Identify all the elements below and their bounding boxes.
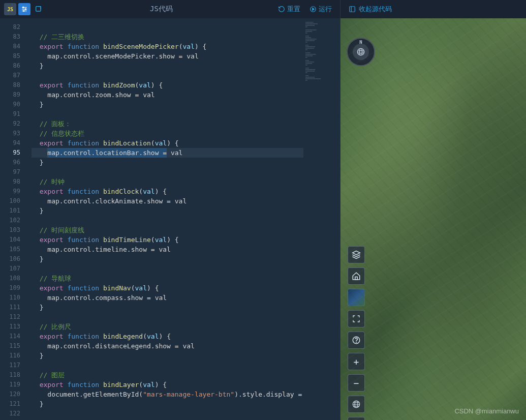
code-line[interactable]: } (32, 254, 303, 264)
line-number: 120 (0, 389, 20, 399)
code-line[interactable]: export function bindClock(val) { (32, 187, 303, 196)
line-number: 89 (0, 90, 20, 100)
line-number: 115 (0, 341, 20, 351)
svg-rect-9 (350, 7, 355, 12)
code-line[interactable]: map.control.timeline.show = val (32, 245, 303, 254)
help-button[interactable] (348, 332, 365, 349)
code-line[interactable] (32, 109, 303, 119)
code-line[interactable]: // 二三维切换 (32, 32, 303, 42)
compass-north-label: N (359, 40, 362, 45)
line-number: 111 (0, 303, 20, 312)
line-number: 106 (0, 254, 20, 264)
minus-icon: − (354, 378, 359, 388)
code-line[interactable] (32, 312, 303, 322)
line-number: 108 (0, 274, 20, 283)
svg-point-11 (357, 48, 364, 55)
map-viewport[interactable]: N + − (341, 18, 526, 420)
map-toolbar: + − (348, 246, 365, 420)
svg-point-12 (357, 51, 364, 53)
compass-control[interactable]: N (347, 38, 375, 66)
code-line[interactable]: // 导航球 (32, 274, 303, 283)
fullscreen-icon (352, 315, 360, 323)
code-line[interactable]: map.control.sceneModePicker.show = val (32, 51, 303, 61)
line-number: 110 (0, 293, 20, 303)
code-line[interactable]: export function bindLocation(val) { (32, 138, 303, 148)
code-line[interactable]: } (32, 61, 303, 71)
line-number: 102 (0, 216, 20, 225)
code-line[interactable] (32, 22, 303, 32)
minimap[interactable]: ▄▄▄▄▄▄▄▄▄▄▄▄▄▄▄▄▄▄▄▄▄▄▄▄▄▄▄▄▄▄▄▄▄▄▄▄▄▄▄▄… (303, 18, 340, 420)
svg-marker-14 (353, 251, 360, 255)
basemap-button[interactable] (348, 289, 365, 306)
svg-point-19 (355, 401, 358, 408)
topbar: JS JS代码 重置 运行 收起源代码 (0, 0, 526, 18)
line-number: 100 (0, 196, 20, 206)
code-line[interactable]: export function bindNav(val) { (32, 283, 303, 293)
code-line[interactable] (32, 71, 303, 80)
external-button[interactable] (33, 3, 45, 15)
svg-point-13 (360, 48, 362, 55)
code-line[interactable]: map.control.compass.show = val (32, 293, 303, 303)
code-line[interactable]: export function bindTimeLine(val) { (32, 235, 303, 245)
line-gutter: 8283848586878889909192939495969798991001… (0, 18, 25, 420)
vr-button[interactable] (348, 417, 365, 420)
line-number: 91 (0, 109, 20, 119)
code-line[interactable]: export function bindSceneModePicker(val)… (32, 42, 303, 51)
code-line[interactable]: map.control.zoom.show = val (32, 90, 303, 100)
code-line[interactable] (32, 409, 303, 418)
code-line[interactable]: // 时钟 (32, 177, 303, 187)
code-line[interactable]: export function bindLegend(val) { (32, 332, 303, 341)
zoom-in-button[interactable]: + (348, 353, 365, 370)
line-number: 95 (0, 148, 20, 158)
code-line[interactable]: // 面板： (32, 119, 303, 129)
code-line[interactable] (32, 216, 303, 225)
svg-point-17 (356, 342, 357, 342)
line-number: 103 (0, 225, 20, 235)
code-line[interactable] (32, 361, 303, 370)
code-line[interactable]: // 信息状态栏 (32, 129, 303, 138)
home-icon (352, 272, 361, 281)
code-line[interactable]: export function bindLayer(val) { (32, 380, 303, 389)
js-badge[interactable]: JS (4, 3, 16, 15)
globe-button[interactable] (348, 396, 365, 413)
plus-icon: + (354, 356, 359, 367)
reset-button[interactable]: 重置 (278, 5, 300, 14)
svg-point-3 (23, 7, 24, 8)
code-line[interactable]: map.control.distanceLegend.show = val (32, 341, 303, 351)
code-line[interactable]: } (32, 303, 303, 312)
zoom-out-button[interactable]: − (348, 374, 365, 392)
code-line[interactable]: export function bindZoom(val) { (32, 80, 303, 90)
line-number: 99 (0, 187, 20, 196)
code-line[interactable] (32, 167, 303, 177)
fullscreen-button[interactable] (348, 310, 365, 327)
collapse-source-button[interactable]: 收起源代码 (341, 5, 392, 14)
code-content[interactable]: // 二三维切换 export function bindSceneModePi… (25, 18, 303, 420)
svg-rect-6 (36, 7, 41, 11)
line-number: 113 (0, 322, 20, 332)
line-number: 90 (0, 100, 20, 109)
svg-marker-8 (313, 8, 315, 11)
code-line[interactable] (32, 264, 303, 274)
code-line[interactable]: } (32, 351, 303, 361)
code-line[interactable]: // 时间刻度线 (32, 225, 303, 235)
svg-point-16 (353, 337, 360, 344)
code-line[interactable]: document.getElementById("mars-manage-lay… (32, 389, 303, 399)
settings-button[interactable] (18, 3, 30, 15)
code-line[interactable]: // 比例尺 (32, 322, 303, 332)
line-number: 105 (0, 245, 20, 254)
code-line[interactable]: } (32, 100, 303, 109)
layers-button[interactable] (348, 246, 365, 263)
svg-rect-15 (355, 277, 358, 280)
code-line[interactable]: } (32, 206, 303, 216)
code-editor[interactable]: 8283848586878889909192939495969798991001… (0, 18, 341, 420)
code-line[interactable]: } (32, 158, 303, 167)
code-line[interactable]: map.control.clockAnimate.show = val (32, 196, 303, 206)
globe-icon (352, 400, 361, 409)
svg-point-4 (25, 9, 26, 10)
run-button[interactable]: 运行 (310, 5, 332, 14)
code-line[interactable]: } (32, 399, 303, 409)
compass-gyro-icon (353, 44, 369, 60)
code-line[interactable]: // 图层 (32, 370, 303, 380)
home-button[interactable] (348, 267, 365, 285)
code-line[interactable]: map.control.locationBar.show = val (32, 148, 303, 158)
